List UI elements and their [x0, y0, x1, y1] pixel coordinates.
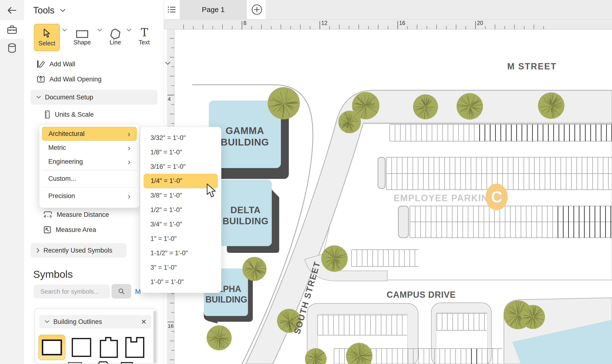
tree	[268, 87, 300, 119]
svg-text:DELTA: DELTA	[230, 205, 261, 215]
tree	[538, 92, 564, 119]
svg-text:16: 16	[168, 323, 173, 329]
symbol-rectangle-outline[interactable]	[39, 335, 65, 360]
left-icon-rail	[0, 0, 24, 364]
close-icon[interactable]: ✕	[141, 318, 146, 326]
scale-option[interactable]: 3" = 1'-0"	[144, 260, 218, 275]
plus-icon	[251, 4, 262, 15]
scale-option[interactable]: 3/32" = 1'-0"	[144, 131, 218, 145]
scale-option[interactable]: 1" = 1'-0"	[144, 232, 218, 246]
toolbox-button[interactable]	[0, 20, 24, 39]
shape-tool-label[interactable]: Shape	[72, 39, 92, 46]
add-wall-icon	[37, 60, 45, 69]
chevron-down-icon	[45, 320, 50, 324]
tree	[321, 245, 348, 272]
svg-text:BUILDING: BUILDING	[205, 295, 247, 304]
chevron-right-icon: ›	[128, 143, 131, 153]
database-button[interactable]	[0, 39, 24, 58]
chevron-right-icon: ›	[128, 129, 130, 139]
card-scrollbar[interactable]	[153, 311, 156, 363]
scale-type-custom[interactable]: Custom...	[42, 172, 137, 186]
chevron-down-icon	[60, 9, 66, 13]
scale-type-metric[interactable]: Metric›	[42, 141, 137, 155]
line-tool-label[interactable]: Line	[105, 39, 125, 46]
tools-title-label: Tools	[33, 5, 54, 16]
scale-type-precision[interactable]: Precision›	[42, 189, 137, 203]
back-icon	[7, 5, 17, 16]
shape-dropdown-chevron[interactable]	[97, 28, 102, 32]
symbol-search-input[interactable]	[34, 285, 110, 299]
add-wall-opening-button[interactable]: Add Wall Opening	[37, 75, 157, 84]
mouse-cursor	[206, 183, 217, 199]
svg-text:BUILDING: BUILDING	[223, 216, 269, 226]
symbol-search[interactable]	[34, 285, 110, 299]
scale-type-engineering[interactable]: Engineering›	[42, 155, 137, 169]
chevron-down-icon	[36, 96, 41, 99]
scale-option[interactable]: 3/4" = 1'-0"	[144, 217, 218, 232]
symbol-notched-outline[interactable]	[95, 335, 122, 360]
svg-text:20: 20	[477, 20, 483, 26]
page-list-button[interactable]	[164, 0, 180, 19]
text-tool-icon[interactable]: T	[139, 26, 150, 39]
units-scale-menu: Architectural›Metric›Engineering›Custom.…	[39, 124, 140, 208]
scale-option[interactable]: 1/2" = 1'-0"	[144, 203, 218, 217]
line-tool-icon[interactable]	[109, 28, 121, 40]
chevron-right-icon: ›	[128, 157, 131, 166]
recently-used-header[interactable]: Recently Used Symbols	[30, 243, 127, 258]
symbol-square-outline[interactable]	[68, 335, 95, 360]
shape-tool-icon[interactable]	[76, 30, 88, 39]
svg-text:BUILDING: BUILDING	[221, 137, 269, 147]
tree	[456, 93, 483, 119]
ruler-icon	[44, 110, 51, 119]
building-delta[interactable]: DELTA BUILDING	[219, 180, 279, 253]
add-page-button[interactable]	[248, 0, 265, 19]
tree	[521, 305, 545, 329]
m-street-label: M STREET	[507, 62, 557, 71]
building-outlines-card: Building Outlines ✕	[34, 308, 157, 364]
symbol-battlement-outline[interactable]	[121, 335, 148, 360]
tree	[207, 325, 232, 350]
search-button[interactable]	[111, 284, 131, 299]
toolbox-icon	[6, 24, 17, 35]
symbols-title: Symbols	[33, 268, 73, 280]
units-scale-item[interactable]: Units & Scale	[44, 110, 150, 119]
chevron-right-icon	[36, 248, 40, 253]
page-tab[interactable]: Page 1	[180, 0, 247, 19]
scale-option[interactable]: 3/16" = 1'-0"	[144, 159, 218, 174]
architectural-scale-submenu: 3/32" = 1'-0"1/8" = 1'-0"3/16" = 1'-0"1/…	[140, 127, 221, 293]
tools-dropdown[interactable]: Tools	[33, 5, 66, 16]
building-outlines-header[interactable]: Building Outlines ✕	[39, 315, 151, 328]
measure-area-item[interactable]: Measure Area	[43, 226, 154, 234]
svg-text:12: 12	[321, 20, 328, 26]
measure-distance-icon	[43, 210, 52, 219]
select-dropdown-chevron[interactable]	[62, 28, 67, 32]
chevron-down-icon[interactable]	[165, 62, 171, 65]
tree	[242, 257, 266, 281]
parking-badge: C	[486, 184, 508, 210]
svg-text:16: 16	[399, 20, 405, 26]
scale-type-architectural[interactable]: Architectural›	[42, 127, 137, 141]
document-setup-header[interactable]: Document Setup	[30, 90, 157, 105]
search-icon	[118, 288, 125, 295]
select-tool-button[interactable]: Select	[34, 24, 60, 51]
back-button[interactable]	[0, 1, 24, 20]
employee-parking-label: EMPLOYEE PARKING	[394, 193, 496, 203]
wall-opening-icon	[37, 75, 45, 84]
page-list-icon	[168, 6, 176, 13]
scale-option[interactable]: 1-1/2" = 1'-0"	[144, 246, 218, 260]
measure-distance-item[interactable]: Measure Distance	[43, 210, 154, 219]
measure-area-icon	[43, 226, 52, 234]
tree	[352, 92, 379, 119]
cursor-icon	[43, 28, 51, 38]
line-dropdown-chevron[interactable]	[126, 28, 132, 32]
select-tool-label: Select	[39, 40, 55, 47]
scale-option[interactable]: 1/8" = 1'-0"	[144, 145, 218, 159]
scale-option[interactable]: 1'-0" = 1'-0"	[144, 275, 218, 289]
add-wall-button[interactable]: Add Wall	[37, 60, 157, 69]
text-tool-label[interactable]: Text	[134, 39, 154, 46]
svg-text:C: C	[491, 188, 502, 206]
svg-text:8: 8	[243, 20, 247, 26]
campus-drive-label: CAMPUS DRIVE	[387, 290, 456, 300]
svg-text:GAMMA: GAMMA	[226, 125, 264, 136]
page-tab-bar: Page 1	[164, 0, 612, 19]
